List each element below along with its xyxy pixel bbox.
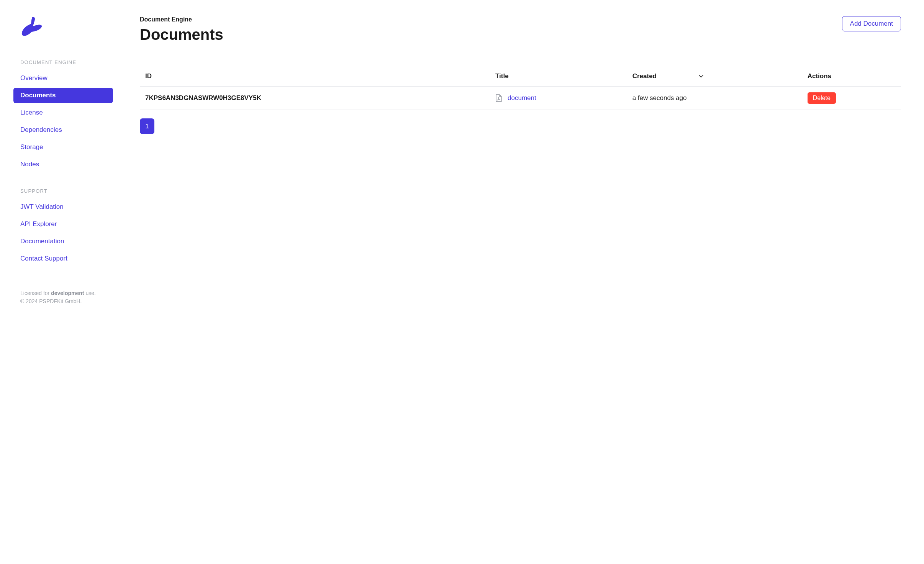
delete-button[interactable]: Delete xyxy=(808,92,836,104)
column-header-title[interactable]: Title xyxy=(490,66,627,87)
sidebar-item-overview[interactable]: Overview xyxy=(13,70,113,86)
section-header: SUPPORT xyxy=(13,188,113,194)
sidebar-item-documents[interactable]: Documents xyxy=(13,88,113,103)
add-document-button[interactable]: Add Document xyxy=(842,16,901,31)
document-title-link[interactable]: document xyxy=(508,94,536,102)
column-header-created[interactable]: Created xyxy=(627,66,802,87)
sidebar-item-documentation[interactable]: Documentation xyxy=(13,234,113,249)
document-created: a few seconds ago xyxy=(627,87,802,110)
documents-table: ID Title Created Actions 7KPS6AN3DGNASWR… xyxy=(140,66,901,110)
sidebar-item-contact-support[interactable]: Contact Support xyxy=(13,251,113,266)
sidebar-item-license[interactable]: License xyxy=(13,105,113,120)
sidebar-item-dependencies[interactable]: Dependencies xyxy=(13,122,113,138)
divider xyxy=(140,52,901,52)
page-button-1[interactable]: 1 xyxy=(140,118,154,134)
document-id: 7KPS6AN3DGNASWRW0H3GE8VY5K xyxy=(140,87,490,110)
table-row: 7KPS6AN3DGNASWRW0H3GE8VY5K document xyxy=(140,87,901,110)
page-subtitle: Document Engine xyxy=(140,16,223,23)
column-header-actions: Actions xyxy=(802,66,901,87)
sidebar-item-jwt-validation[interactable]: JWT Validation xyxy=(13,199,113,215)
header-titles: Document Engine Documents xyxy=(140,16,223,43)
document-title-cell: document xyxy=(490,87,627,110)
nav-list-engine: Overview Documents License Dependencies … xyxy=(13,70,113,172)
main-content: Document Engine Documents Add Document I… xyxy=(126,0,924,564)
chevron-down-icon xyxy=(699,75,703,78)
column-header-created-label: Created xyxy=(632,72,657,80)
copyright-text: © 2024 PSPDFKit GmbH. xyxy=(20,297,113,305)
document-actions: Delete xyxy=(802,87,901,110)
column-header-id[interactable]: ID xyxy=(140,66,490,87)
sidebar-section-engine: DOCUMENT ENGINE Overview Documents Licen… xyxy=(13,59,113,188)
sidebar-section-support: SUPPORT JWT Validation API Explorer Docu… xyxy=(13,188,113,282)
sidebar: DOCUMENT ENGINE Overview Documents Licen… xyxy=(0,0,126,564)
sidebar-footer: Licensed for development use. © 2024 PSP… xyxy=(13,289,113,305)
pagination: 1 xyxy=(140,118,901,134)
pdf-file-icon xyxy=(495,94,502,102)
page-title: Documents xyxy=(140,26,223,43)
logo xyxy=(20,15,113,38)
sidebar-item-nodes[interactable]: Nodes xyxy=(13,157,113,172)
page-header: Document Engine Documents Add Document xyxy=(140,16,901,43)
sidebar-item-api-explorer[interactable]: API Explorer xyxy=(13,216,113,232)
sidebar-item-storage[interactable]: Storage xyxy=(13,139,113,155)
license-text: Licensed for development use. xyxy=(20,289,113,297)
table-header-row: ID Title Created Actions xyxy=(140,66,901,87)
section-header: DOCUMENT ENGINE xyxy=(13,59,113,65)
nav-list-support: JWT Validation API Explorer Documentatio… xyxy=(13,199,113,266)
logo-icon xyxy=(20,15,43,37)
